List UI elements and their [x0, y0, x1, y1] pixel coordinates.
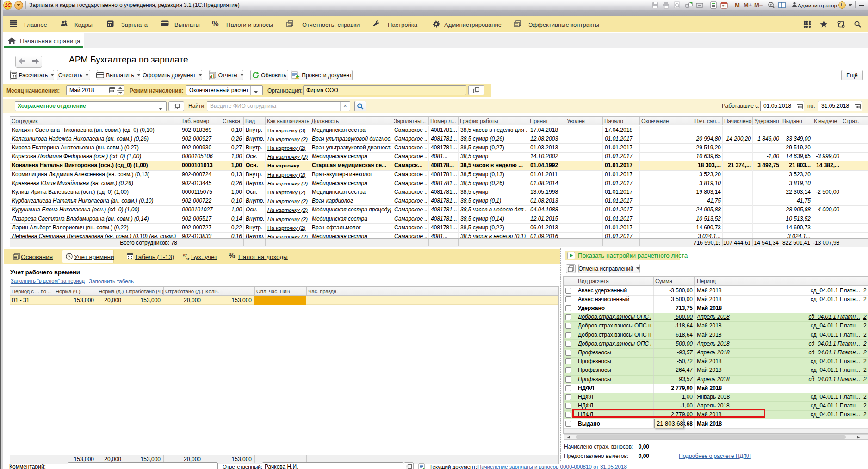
svg-text:Кт: Кт: [186, 257, 190, 260]
svg-text:31: 31: [722, 4, 726, 8]
